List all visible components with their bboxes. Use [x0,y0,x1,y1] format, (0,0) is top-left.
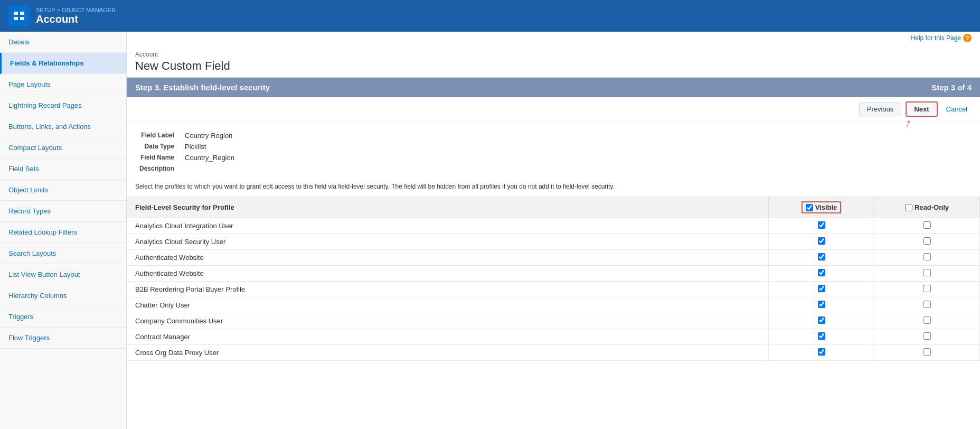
sidebar-item-hierarchy-columns[interactable]: Hierarchy Columns [0,285,126,306]
breadcrumb: SETUP > OBJECT MANAGER [36,7,116,13]
table-row: Analytics Cloud Integration User [127,218,980,234]
readonly-cell [874,250,980,266]
visible-checkbox[interactable] [818,237,825,245]
security-table: Field-Level Security for Profile Visible… [127,197,980,361]
sidebar-item-related-lookup-filters[interactable]: Related Lookup Filters [0,222,126,243]
sidebar-item-buttons-links-actions[interactable]: Buttons, Links, and Actions [0,116,126,137]
readonly-checkbox[interactable] [924,221,931,229]
readonly-cell [874,345,980,361]
field-label-key: Field Label [135,130,181,141]
readonly-checkbox[interactable] [924,237,931,245]
profile-name: Analytics Cloud Integration User [127,218,769,234]
sidebar-item-field-sets[interactable]: Field Sets [0,158,126,180]
visible-checkbox[interactable] [818,285,825,292]
help-link-row: Help for this Page ? [127,32,980,44]
profile-name: Analytics Cloud Security User [127,234,769,250]
sidebar-item-fields-relationships[interactable]: Fields & Relationships [0,53,126,74]
visible-select-all-checkbox[interactable] [806,204,813,211]
profile-name: B2B Reordering Portal Buyer Profile [127,282,769,297]
sidebar-item-triggers[interactable]: Triggers [0,306,126,328]
visible-checkbox[interactable] [818,348,825,356]
step-banner: Step 3. Establish field-level security S… [127,78,980,97]
visible-header-highlighted: Visible [802,201,842,213]
sidebar-item-lightning-record-pages[interactable]: Lightning Record Pages [0,95,126,116]
cancel-button[interactable]: Cancel [942,102,972,116]
header-text: SETUP > OBJECT MANAGER Account [36,7,116,25]
readonly-label: Read-Only [915,203,949,211]
sidebar: DetailsFields & RelationshipsPage Layout… [0,32,127,429]
sidebar-item-flow-triggers[interactable]: Flow Triggers [0,328,126,349]
field-name-key: Field Name [135,152,181,163]
profile-name: Cross Org Data Proxy User [127,345,769,361]
readonly-checkbox[interactable] [924,285,931,292]
field-info-table: Field Label Country Region Data Type Pic… [135,130,239,174]
readonly-cell [874,218,980,234]
content-area: Help for this Page ? Account New Custom … [127,32,980,429]
sidebar-item-compact-layouts[interactable]: Compact Layouts [0,137,126,158]
readonly-checkbox[interactable] [924,301,931,308]
visible-label: Visible [815,203,837,211]
visible-cell [769,313,874,329]
page-title: New Custom Field [135,59,972,73]
help-link-text: Help for this Page [911,34,961,42]
readonly-cell [874,266,980,282]
readonly-select-all-checkbox[interactable] [905,204,912,211]
sidebar-item-page-layouts[interactable]: Page Layouts [0,74,126,95]
previous-button[interactable]: Previous [859,102,902,116]
readonly-cell [874,282,980,297]
field-label-value: Country Region [181,130,239,141]
table-row: Company Communities User [127,313,980,329]
visible-checkbox[interactable] [818,332,825,340]
profile-name: Authenticated Website [127,266,769,282]
app-icon [8,5,30,26]
account-title: Account [36,13,116,25]
action-bar: Previous Next Cancel ↑ [127,97,980,122]
visible-checkbox[interactable] [818,221,825,229]
step-number: Step 3 of 4 [931,83,972,92]
sidebar-item-search-layouts[interactable]: Search Layouts [0,243,126,264]
page-header: Account New Custom Field [127,44,980,78]
profile-name: Company Communities User [127,313,769,329]
visible-checkbox[interactable] [818,316,825,324]
readonly-header-inner: Read-Only [883,203,971,211]
field-name-value: Country_Region [181,152,239,163]
sidebar-item-list-view-button-layout[interactable]: List View Button Layout [0,264,126,285]
sidebar-item-object-limits[interactable]: Object Limits [0,180,126,201]
security-table-body: Analytics Cloud Integration UserAnalytic… [127,218,980,361]
step-label: Step 3. Establish field-level security [135,83,270,92]
col-profile-header: Field-Level Security for Profile [127,197,769,218]
visible-checkbox[interactable] [818,253,825,260]
data-type-key: Data Type [135,141,181,152]
profile-name: Contract Manager [127,329,769,345]
readonly-checkbox[interactable] [924,348,931,356]
profile-name: Authenticated Website [127,250,769,266]
visible-cell [769,234,874,250]
help-icon: ? [963,34,972,42]
setup-icon [13,10,25,22]
readonly-cell [874,234,980,250]
visible-cell [769,250,874,266]
next-button[interactable]: Next [906,101,937,117]
readonly-checkbox[interactable] [924,332,931,340]
visible-cell [769,297,874,313]
help-link[interactable]: Help for this Page ? [911,34,972,42]
readonly-checkbox[interactable] [924,316,931,324]
readonly-cell [874,313,980,329]
svg-rect-1 [20,12,24,15]
sidebar-item-details[interactable]: Details [0,32,126,53]
visible-cell [769,266,874,282]
table-row: B2B Reordering Portal Buyer Profile [127,282,980,297]
readonly-checkbox[interactable] [924,269,931,276]
app-header: SETUP > OBJECT MANAGER Account [0,0,980,32]
readonly-checkbox[interactable] [924,253,931,260]
readonly-cell [874,297,980,313]
sidebar-item-record-types[interactable]: Record Types [0,201,126,222]
col-readonly-header: Read-Only [874,197,980,218]
object-manager-link[interactable]: OBJECT MANAGER [62,7,116,13]
visible-checkbox[interactable] [818,301,825,308]
field-info: Field Label Country Region Data Type Pic… [127,122,980,179]
visible-checkbox[interactable] [818,269,825,276]
page-breadcrumb: Account [135,51,972,58]
svg-rect-0 [14,12,18,15]
main-layout: DetailsFields & RelationshipsPage Layout… [0,32,980,429]
